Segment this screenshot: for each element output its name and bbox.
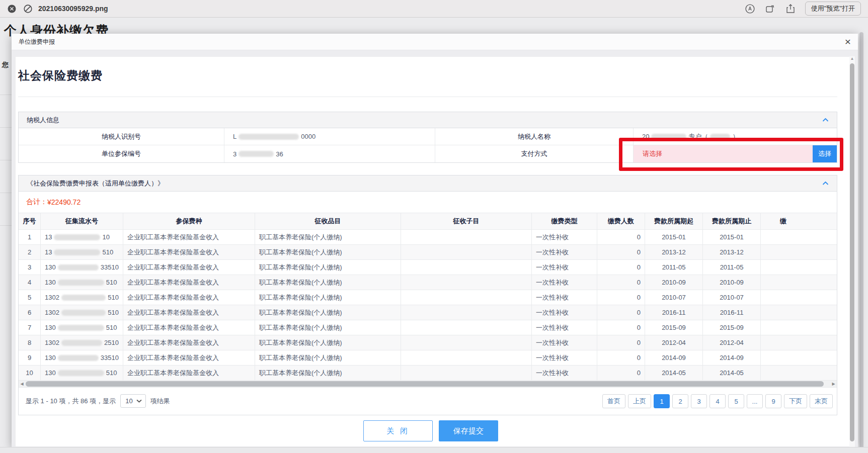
horizontal-scrollbar[interactable]: ◀ ▶ bbox=[19, 381, 837, 388]
fee-type-cell: 企业职工基本养老保险基金收入 bbox=[123, 305, 255, 320]
page-scrollbar-thumb[interactable] bbox=[859, 32, 863, 449]
page-scrollbar[interactable] bbox=[859, 20, 863, 453]
pager-button-...[interactable]: ... bbox=[747, 394, 763, 408]
value-fragment: 510 bbox=[108, 309, 119, 316]
page-size-select[interactable]: 10 bbox=[120, 394, 145, 408]
table-row: 7130510企业职工基本养老保险基金收入职工基本养老保险(个人缴纳)一次性补收… bbox=[19, 320, 837, 335]
payer-count-cell: 0 bbox=[597, 260, 645, 275]
pager-button-上页[interactable]: 上页 bbox=[628, 394, 651, 408]
modal-header: 单位缴费申报 × bbox=[12, 34, 858, 50]
scroll-right-arrow-icon[interactable]: ▶ bbox=[830, 381, 837, 387]
table-row: 51302510企业职工基本养老保险基金收入职工基本养老保险(个人缴纳)一次性补… bbox=[19, 290, 837, 305]
pagination-info-suffix: 项结果 bbox=[150, 397, 170, 406]
pager-button-2[interactable]: 2 bbox=[672, 394, 688, 408]
rotate-icon[interactable] bbox=[765, 3, 776, 14]
clipped-amount-cell bbox=[761, 230, 837, 245]
value-fragment: 专户（ bbox=[688, 132, 708, 141]
image-bottom-band bbox=[0, 447, 868, 453]
fee-type-cell: 企业职工基本养老保险基金收入 bbox=[123, 320, 255, 335]
levy-subitem-cell bbox=[401, 350, 532, 366]
horizontal-scrollbar-thumb[interactable] bbox=[26, 381, 824, 387]
payment-type-cell: 一次性补收 bbox=[532, 260, 597, 275]
save-submit-button[interactable]: 保存提交 bbox=[439, 420, 498, 441]
open-with-preview-button[interactable]: 使用"预览"打开 bbox=[805, 2, 861, 16]
fee-type-cell: 企业职工基本养老保险基金收入 bbox=[123, 335, 255, 350]
redaction-blur bbox=[54, 249, 100, 255]
payment-type-cell: 一次性补收 bbox=[532, 305, 597, 320]
pager-button-首页[interactable]: 首页 bbox=[602, 394, 625, 408]
pager-button-5[interactable]: 5 bbox=[728, 394, 744, 408]
value-fragment: 510 bbox=[106, 369, 117, 377]
levy-subitem-cell bbox=[401, 245, 532, 260]
row-number-cell: 5 bbox=[19, 290, 41, 305]
quicklook-titlebar: 20210630095929.png 使用"预览"打开 bbox=[0, 0, 868, 18]
column-header: 序号 bbox=[19, 213, 41, 230]
levy-subitem-cell bbox=[401, 305, 532, 320]
levy-subitem-cell bbox=[401, 290, 532, 305]
clipped-amount-cell bbox=[761, 335, 837, 350]
markup-pencil-icon[interactable] bbox=[745, 3, 756, 14]
payment-method-input[interactable]: 请选择 bbox=[634, 145, 813, 162]
row-number-cell: 4 bbox=[19, 275, 41, 290]
pager-button-4[interactable]: 4 bbox=[709, 394, 726, 408]
value-fragment: 36 bbox=[276, 150, 283, 158]
period-start-cell: 2010-09 bbox=[645, 275, 703, 290]
table-row: 4130510企业职工基本养老保险基金收入职工基本养老保险(个人缴纳)一次性补收… bbox=[19, 275, 837, 290]
close-button[interactable]: 关 闭 bbox=[363, 420, 433, 441]
column-header: 缴 bbox=[761, 213, 837, 230]
redaction-blur bbox=[651, 134, 686, 140]
column-header: 征集流水号 bbox=[41, 213, 123, 230]
close-icon[interactable]: × bbox=[845, 36, 851, 48]
serial-cell: 1302510 bbox=[41, 290, 123, 305]
value-fragment: 510 bbox=[106, 324, 117, 331]
period-start-cell: 2010-07 bbox=[645, 290, 703, 305]
taxpayer-info-header[interactable]: 纳税人信息 bbox=[19, 112, 837, 128]
fee-type-cell: 企业职工基本养老保险基金收入 bbox=[123, 366, 255, 381]
chevron-up-icon[interactable] bbox=[822, 181, 829, 186]
period-start-cell: 2014-09 bbox=[645, 350, 703, 366]
pager-button-3[interactable]: 3 bbox=[691, 394, 707, 408]
row-number-cell: 9 bbox=[19, 350, 41, 366]
value-fragment: L bbox=[233, 133, 236, 140]
levy-item-cell: 职工基本养老保险(个人缴纳) bbox=[255, 275, 401, 290]
column-header: 征收子目 bbox=[401, 213, 532, 230]
pager-button-1[interactable]: 1 bbox=[654, 394, 670, 408]
clipped-amount-cell bbox=[761, 275, 837, 290]
fee-table-header: 序号征集流水号参保费种征收品目征收子目缴费类型缴费人数费款所属期起费款所属期止缴 bbox=[19, 213, 837, 230]
field-value-unit-insurance-no: 336 bbox=[224, 145, 435, 162]
serial-cell: 13033510 bbox=[41, 260, 123, 275]
serial-cell: 13510 bbox=[41, 245, 123, 260]
period-start-cell: 2015-09 bbox=[645, 320, 703, 335]
pagination-buttons: 首页上页12345...9下页末页 bbox=[600, 394, 833, 408]
period-end-cell: 2016-11 bbox=[703, 305, 761, 320]
pager-button-9[interactable]: 9 bbox=[765, 394, 781, 408]
field-label-taxpayer-id: 纳税人识别号 bbox=[19, 128, 224, 145]
fee-type-cell: 企业职工基本养老保险基金收入 bbox=[123, 275, 255, 290]
modal-scrollbar[interactable]: ▲ bbox=[849, 56, 855, 447]
section-title: 纳税人信息 bbox=[27, 116, 59, 125]
serial-cell: 13033510 bbox=[41, 350, 123, 366]
prohibit-icon[interactable] bbox=[23, 4, 32, 13]
close-window-icon[interactable] bbox=[7, 4, 16, 13]
levy-item-cell: 职工基本养老保险(个人缴纳) bbox=[255, 230, 401, 245]
levy-item-cell: 职工基本养老保险(个人缴纳) bbox=[255, 305, 401, 320]
value-fragment: 1302 bbox=[45, 294, 59, 301]
fee-type-cell: 企业职工基本养老保险基金收入 bbox=[123, 245, 255, 260]
clipped-amount-cell bbox=[761, 320, 837, 335]
payment-method-select-button[interactable]: 选择 bbox=[813, 145, 837, 162]
payer-count-cell: 0 bbox=[597, 245, 645, 260]
modal-scrollbar-thumb[interactable] bbox=[850, 63, 854, 441]
scroll-left-arrow-icon[interactable]: ◀ bbox=[19, 381, 25, 387]
share-icon[interactable] bbox=[785, 3, 796, 14]
background-divider bbox=[0, 193, 12, 193]
pager-button-下页[interactable]: 下页 bbox=[784, 394, 807, 408]
table-row: 61302510企业职工基本养老保险基金收入职工基本养老保险(个人缴纳)一次性补… bbox=[19, 305, 837, 320]
chevron-up-icon[interactable] bbox=[822, 118, 829, 122]
pager-button-末页[interactable]: 末页 bbox=[810, 394, 833, 408]
declaration-form-header[interactable]: 《社会保险费缴费申报表（适用单位缴费人）》 bbox=[19, 175, 837, 192]
scroll-up-arrow-icon[interactable]: ▲ bbox=[849, 56, 855, 61]
redaction-blur bbox=[239, 151, 274, 157]
clipped-amount-cell bbox=[761, 290, 837, 305]
row-number-cell: 6 bbox=[19, 305, 41, 320]
period-end-cell: 2015-09 bbox=[703, 320, 761, 335]
